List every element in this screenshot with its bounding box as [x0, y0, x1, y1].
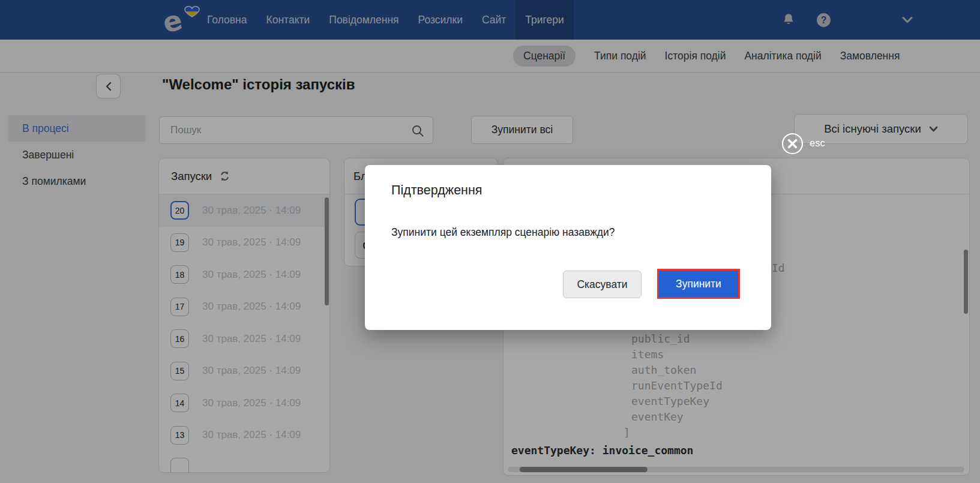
- cancel-button[interactable]: Скасувати: [563, 271, 642, 298]
- close-icon[interactable]: [781, 133, 804, 155]
- confirm-dialog: Підтвердження Зупинити цей екземпляр сце…: [365, 165, 771, 330]
- stop-button[interactable]: Зупинити: [676, 278, 721, 290]
- esc-hint: esc: [810, 137, 825, 149]
- stop-button-highlight[interactable]: Зупинити: [657, 269, 740, 299]
- dialog-message: Зупинити цей екземпляр сценарію назавжди…: [391, 226, 615, 239]
- dialog-title: Підтвердження: [391, 183, 482, 198]
